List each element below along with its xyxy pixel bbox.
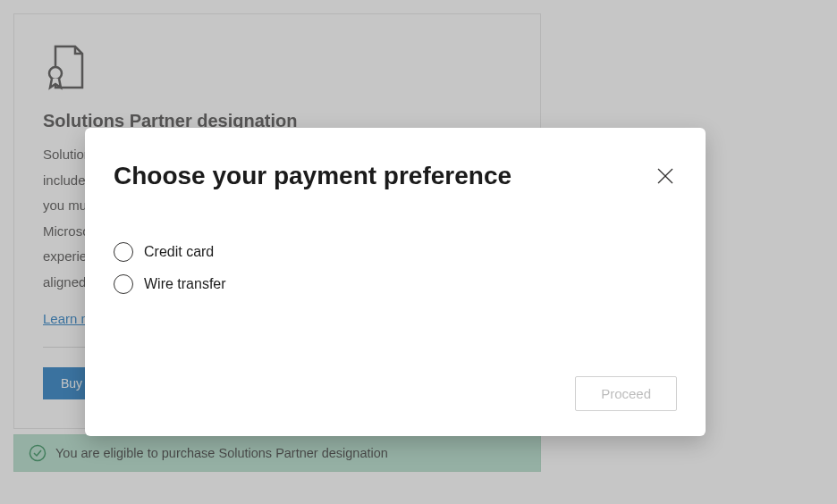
radio-circle-icon	[114, 242, 133, 262]
close-icon	[657, 168, 673, 184]
radio-circle-icon	[114, 274, 133, 294]
modal-footer: Proceed	[114, 376, 677, 411]
payment-preference-modal: Choose your payment preference Credit ca…	[85, 128, 706, 436]
radio-credit-card[interactable]: Credit card	[114, 242, 677, 262]
proceed-button[interactable]: Proceed	[575, 376, 677, 411]
modal-header: Choose your payment preference	[114, 162, 677, 190]
close-button[interactable]	[654, 164, 677, 188]
payment-radio-group: Credit card Wire transfer	[114, 242, 677, 294]
modal-overlay: Choose your payment preference Credit ca…	[0, 0, 837, 504]
modal-title: Choose your payment preference	[114, 162, 512, 190]
radio-label-credit-card: Credit card	[144, 244, 214, 260]
radio-label-wire-transfer: Wire transfer	[144, 276, 226, 292]
radio-wire-transfer[interactable]: Wire transfer	[114, 274, 677, 294]
